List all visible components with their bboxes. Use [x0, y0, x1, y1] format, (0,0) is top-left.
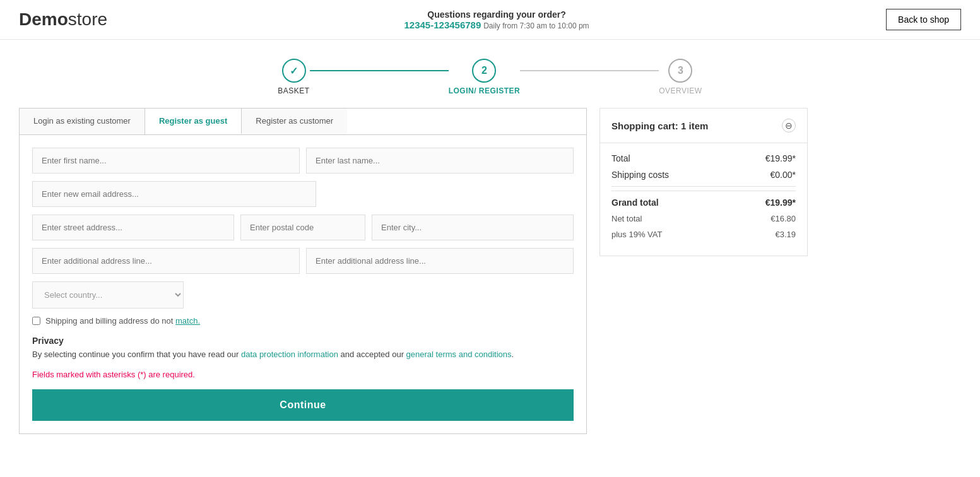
registration-form: Select country... Shipping and billing a… — [19, 134, 587, 434]
billing-address-checkbox-row: Shipping and billing address do not matc… — [32, 316, 574, 326]
step-line-1 — [310, 70, 449, 71]
registration-tabs: Login as existing customer Register as g… — [19, 108, 587, 134]
billing-match-link[interactable]: match. — [175, 316, 200, 326]
step-basket-label: BASKET — [278, 86, 309, 95]
required-fields-note: Fields marked with asterisks (*) are req… — [32, 370, 574, 379]
shopping-cart-panel: Shopping cart: 1 item ⊖ Total €19.99* Sh… — [599, 108, 808, 256]
continue-button[interactable]: Continue — [32, 389, 574, 421]
main-layout: Login as existing customer Register as g… — [0, 108, 980, 453]
back-to-shop-button[interactable]: Back to shop — [886, 9, 961, 30]
cart-title: Shopping cart: 1 item — [611, 121, 708, 131]
cart-net-total-value: €16.80 — [770, 214, 796, 223]
privacy-section: Privacy By selecting continue you confir… — [32, 336, 574, 361]
header: Demostore Questions regarding your order… — [0, 0, 980, 40]
cart-toggle-icon: ⊖ — [785, 121, 793, 131]
step-login-circle: 2 — [472, 59, 496, 83]
last-name-input[interactable] — [306, 148, 574, 174]
cart-vat-label: plus 19% VAT — [611, 230, 662, 239]
logo-light: store — [68, 9, 107, 29]
email-input[interactable] — [32, 181, 316, 207]
step-login-register: 2 LOGIN/ REGISTER — [449, 59, 521, 95]
step-basket-circle: ✓ — [282, 59, 306, 83]
tab-login-existing[interactable]: Login as existing customer — [20, 109, 145, 134]
country-select[interactable]: Select country... — [32, 281, 184, 309]
tab-register-guest[interactable]: Register as guest — [145, 109, 242, 134]
step-overview-circle: 3 — [668, 59, 692, 83]
city-input[interactable] — [372, 215, 574, 240]
logo-bold: Demo — [19, 9, 68, 29]
cart-body: Total €19.99* Shipping costs €0.00* Gran… — [600, 143, 807, 256]
additional-address-row — [32, 248, 574, 274]
cart-grand-total-label: Grand total — [611, 197, 659, 208]
cart-vat-row: plus 19% VAT €3.19 — [611, 230, 796, 239]
cart-header: Shopping cart: 1 item ⊖ — [600, 109, 807, 143]
left-panel: Login as existing customer Register as g… — [19, 108, 587, 434]
cart-grand-total-row: Grand total €19.99* — [611, 191, 796, 208]
step-line-2 — [520, 70, 659, 71]
step-overview: 3 OVERVIEW — [659, 59, 702, 95]
cart-total-value: €19.99* — [765, 153, 796, 163]
cart-total-label: Total — [611, 153, 630, 163]
terms-link[interactable]: general terms and conditions — [406, 350, 512, 359]
business-hours: Daily from 7:30 am to 10:00 pm — [483, 21, 589, 30]
postal-input[interactable] — [240, 215, 365, 240]
cart-vat-value: €3.19 — [775, 230, 796, 239]
privacy-text: By selecting continue you confirm that y… — [32, 348, 574, 361]
email-row — [32, 181, 574, 207]
right-panel: Shopping cart: 1 item ⊖ Total €19.99* Sh… — [599, 108, 808, 434]
step-overview-label: OVERVIEW — [659, 86, 702, 95]
cart-grand-total-value: €19.99* — [765, 197, 796, 208]
first-name-input[interactable] — [32, 148, 300, 174]
privacy-title: Privacy — [32, 336, 574, 346]
header-contact: Questions regarding your order? 12345-12… — [404, 9, 589, 30]
tab-register-customer[interactable]: Register as customer — [242, 109, 347, 134]
checkout-stepper: ✓ BASKET 2 LOGIN/ REGISTER 3 OVERVIEW — [0, 40, 980, 108]
cart-shipping-value: €0.00* — [770, 170, 796, 180]
cart-shipping-row: Shipping costs €0.00* — [611, 170, 796, 180]
additional-address-2-input[interactable] — [306, 248, 574, 274]
name-row — [32, 148, 574, 174]
cart-shipping-label: Shipping costs — [611, 170, 669, 180]
phone-number[interactable]: 12345-123456789 — [404, 20, 481, 30]
logo: Demostore — [19, 9, 107, 30]
address-row — [32, 215, 574, 240]
checkmark-icon: ✓ — [290, 65, 298, 77]
data-protection-link[interactable]: data protection information — [241, 350, 338, 359]
cart-net-total-label: Net total — [611, 214, 642, 223]
cart-divider — [611, 186, 796, 187]
country-row: Select country... — [32, 281, 574, 309]
step-login-label: LOGIN/ REGISTER — [449, 86, 521, 95]
cart-total-row: Total €19.99* — [611, 153, 796, 163]
street-input[interactable] — [32, 215, 234, 240]
billing-address-label: Shipping and billing address do not matc… — [45, 316, 200, 326]
additional-address-1-input[interactable] — [32, 248, 300, 274]
cart-toggle-button[interactable]: ⊖ — [782, 119, 796, 132]
billing-address-checkbox[interactable] — [32, 317, 40, 325]
cart-net-total-row: Net total €16.80 — [611, 214, 796, 223]
question-title: Questions regarding your order? — [404, 9, 589, 20]
step-basket: ✓ BASKET — [278, 59, 309, 95]
